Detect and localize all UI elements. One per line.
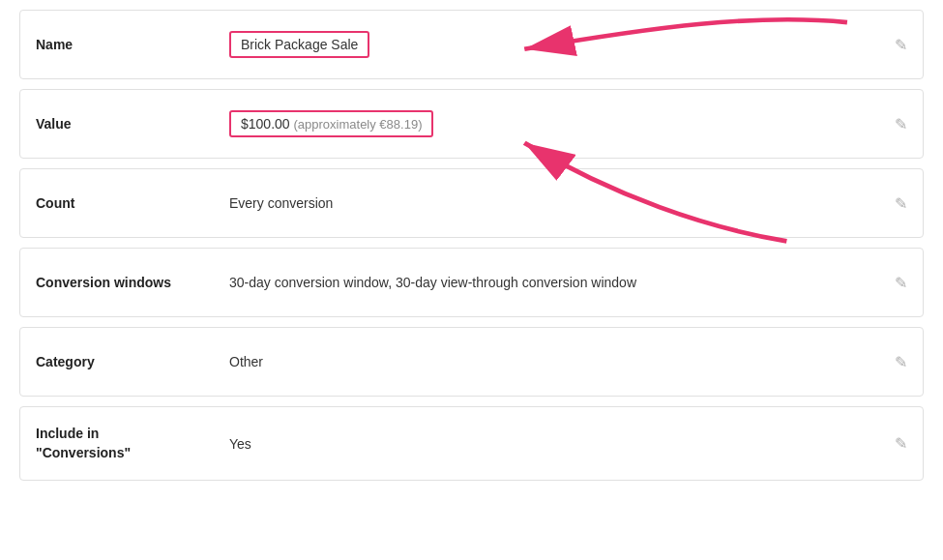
include-conversions-edit-icon[interactable]: ✎ xyxy=(895,434,907,453)
name-edit-icon[interactable]: ✎ xyxy=(895,36,907,54)
conversion-windows-row: Conversion windows 30-day conversion win… xyxy=(19,248,924,317)
name-label: Name xyxy=(36,37,229,52)
value-edit-icon[interactable]: ✎ xyxy=(895,115,907,133)
conversion-windows-label: Conversion windows xyxy=(36,275,229,290)
count-label: Count xyxy=(36,195,229,211)
include-conversions-row: Include in"Conversions" Yes ✎ xyxy=(19,406,924,481)
category-row: Category Other ✎ xyxy=(19,327,924,397)
include-conversions-value: Yes xyxy=(229,436,887,452)
value-amount: $100.00 xyxy=(241,116,290,132)
category-value: Other xyxy=(229,354,887,369)
count-edit-icon[interactable]: ✎ xyxy=(895,194,907,213)
value-label: Value xyxy=(36,116,229,132)
name-value: Brick Package Sale xyxy=(229,31,887,58)
count-value: Every conversion xyxy=(229,195,887,211)
category-edit-icon[interactable]: ✎ xyxy=(895,353,907,371)
name-row: Name Brick Package Sale ✎ xyxy=(19,10,924,79)
include-conversions-label: Include in"Conversions" xyxy=(36,425,229,462)
conversion-windows-edit-icon[interactable]: ✎ xyxy=(895,274,907,292)
value-secondary: (approximately €88.19) xyxy=(294,117,423,132)
name-highlighted-box: Brick Package Sale xyxy=(229,31,369,58)
conversion-windows-value: 30-day conversion window, 30-day view-th… xyxy=(229,275,887,290)
settings-container: Name Brick Package Sale ✎ Value $100.00 … xyxy=(0,0,943,500)
value-row: Value $100.00 (approximately €88.19) ✎ xyxy=(19,89,924,159)
name-text: Brick Package Sale xyxy=(241,37,358,52)
count-row: Count Every conversion ✎ xyxy=(19,168,924,238)
category-label: Category xyxy=(36,354,229,369)
value-value: $100.00 (approximately €88.19) xyxy=(229,110,887,137)
value-highlighted-box: $100.00 (approximately €88.19) xyxy=(229,110,433,137)
